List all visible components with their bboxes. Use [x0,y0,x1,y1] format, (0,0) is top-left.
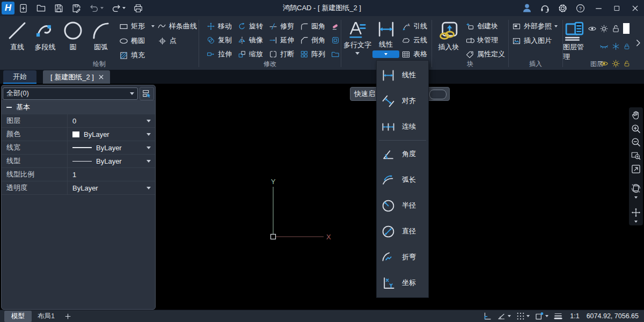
linetype-scale-field[interactable]: 1 [67,168,155,181]
point-button[interactable]: 点 [151,36,197,46]
menu-item-dim-linear[interactable]: 线性 [377,62,428,88]
support-button[interactable] [536,1,554,16]
add-layout-button[interactable] [64,312,72,320]
array-button[interactable]: 阵列 [300,49,325,59]
settings-button[interactable] [554,1,572,16]
transparency-value-dropdown[interactable]: ByLayer [67,181,155,194]
menu-item-dim-ordinate[interactable]: 坐标 [377,270,428,296]
grid-snap-toggle[interactable] [516,311,530,321]
undo-button[interactable] [85,1,107,16]
ortho-toggle[interactable] [482,311,492,321]
tab-start[interactable]: 开始 [3,70,36,84]
break-button[interactable]: 打断 [269,49,294,59]
save-as-button[interactable] [68,1,85,16]
layer-value-dropdown[interactable]: 0 [67,114,155,127]
ucs-crosshair: Y X [236,177,343,244]
fillet-button[interactable]: 圆角 [300,21,325,31]
model-tab[interactable]: 模型 [4,311,32,322]
menu-item-dim-aligned[interactable]: 对齐 [377,88,428,114]
insert-image-button[interactable]: 插入图片 [512,36,560,46]
revision-cloud-button[interactable]: 云线 [401,35,427,45]
minimize-button[interactable] [589,0,608,16]
new-file-button[interactable] [14,1,32,16]
lineweight-toggle[interactable] [553,311,563,321]
layer-freeze-icon[interactable] [611,42,620,51]
app-logo[interactable]: H [2,2,14,14]
xref-button[interactable]: 外部参照 [512,21,560,31]
layout1-tab[interactable]: 布局1 [32,311,61,322]
zoom-in-button[interactable] [631,123,641,134]
account-button[interactable] [518,1,536,16]
object-snap-toggle[interactable] [535,311,548,321]
redo-button[interactable] [107,1,129,16]
dim-ordinate-icon [381,276,396,290]
quick-launch-input[interactable] [429,90,447,99]
linetype-value-dropdown[interactable]: ByLayer [67,155,155,167]
layer-on-icon[interactable] [588,24,597,33]
menu-item-dim-diameter[interactable]: 直径 [377,218,428,244]
wipeout-button[interactable] [331,35,340,45]
layer-lock-icon[interactable] [623,42,631,51]
point-icon [158,36,167,46]
maximize-button[interactable] [608,0,626,16]
mtext-button[interactable]: 多行文字 [343,16,371,70]
tab-document[interactable]: [ 新建图纸_2 ] [43,70,110,84]
lineweight-value-dropdown[interactable]: ByLayer [67,141,155,154]
menu-item-dim-arc-length[interactable]: 弧长 [377,167,428,193]
rotate-button[interactable]: 旋转 [238,21,263,31]
pan-axes-button[interactable] [631,207,641,218]
tab-close-icon[interactable] [98,74,105,80]
selection-filter-dropdown[interactable]: 全部(0) [3,87,138,100]
trim-button[interactable]: 修剪 [269,21,294,31]
annotation-scale[interactable]: 1:1 [570,312,579,320]
layer-unlock-icon[interactable] [611,24,620,33]
attribute-define-button[interactable]: 属性定义 [465,49,505,59]
save-button[interactable] [50,1,68,16]
polar-tracking-toggle[interactable] [497,311,511,321]
section-header-basic[interactable]: 基本 [2,100,155,114]
open-file-button[interactable] [32,1,50,16]
spline-icon [157,22,166,31]
select-objects-button[interactable] [140,87,154,100]
erase-button[interactable] [331,21,340,31]
menu-item-dim-jogged[interactable]: 折弯 [377,244,428,270]
menu-item-dim-radius[interactable]: 半径 [377,193,428,218]
stretch-button[interactable]: 拉伸 [207,49,232,59]
close-button[interactable] [626,0,644,16]
rectangle-button[interactable]: 矩形 [119,21,145,31]
linetype-sample [72,161,92,162]
ribbon-expand-button[interactable] [633,38,643,48]
leader-button[interactable]: A引线 [401,21,427,31]
manage-block-button[interactable]: 块管理 [465,35,505,45]
color-value-dropdown[interactable]: ByLayer [67,128,155,141]
spline-button[interactable]: 样条曲线 [151,21,197,31]
layout-folder-button[interactable] [331,49,340,59]
pan-button[interactable] [631,110,641,121]
zoom-out-button[interactable] [631,137,641,148]
pan-axes-caret-icon[interactable] [634,221,638,223]
layer-color-swatch[interactable] [623,23,630,34]
menu-item-dim-continue[interactable]: 连续 [377,114,428,140]
layer-off-icon[interactable] [599,42,609,51]
ellipse-button[interactable]: 椭圆 [119,36,145,46]
orbit-caret-icon[interactable] [634,196,638,199]
chamfer-button[interactable]: 倒角 [300,35,325,45]
create-block-button[interactable]: 创建块 [465,21,505,31]
help-button[interactable]: ? [572,1,589,16]
zoom-extents-button[interactable] [631,164,641,174]
orbit-button[interactable] [631,183,641,194]
extend-button[interactable]: 延伸 [269,35,294,45]
zoom-window-button[interactable] [631,150,641,161]
mirror-button[interactable]: 镜像 [238,35,263,45]
grid-caret-icon [526,315,530,317]
move-button[interactable]: 移动 [207,21,232,31]
layer-thaw-icon[interactable] [599,24,609,33]
table-button[interactable]: 表格 [401,49,427,59]
hatch-button[interactable]: 填充 [119,50,145,60]
save-as-icon [71,3,82,13]
dim-dropdown-button[interactable] [372,50,399,58]
menu-item-dim-angular[interactable]: 角度 [377,141,428,167]
scale-button[interactable]: 缩放 [238,49,263,59]
copy-button[interactable]: 复制 [207,35,232,45]
print-button[interactable] [129,1,147,16]
